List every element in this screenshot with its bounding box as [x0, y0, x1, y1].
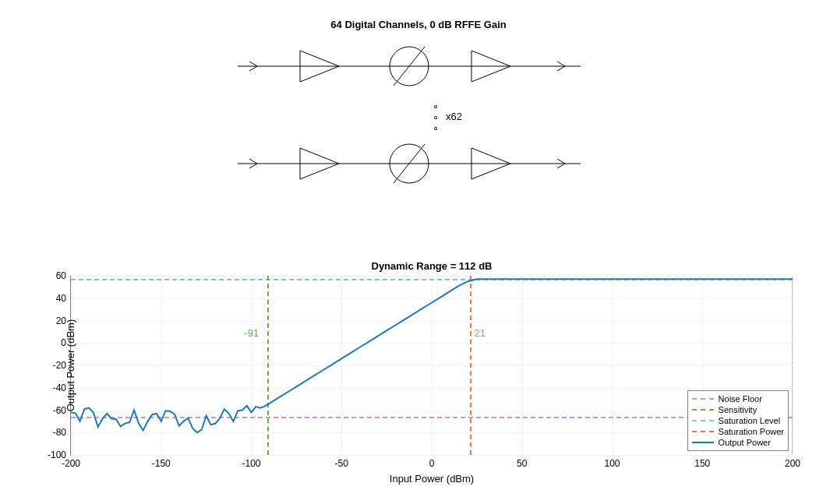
x-tick: 50: [507, 458, 538, 469]
y-tick: 40: [41, 293, 66, 304]
legend-item-sensitivity: Sensitivity: [692, 404, 784, 415]
y-tick: -80: [41, 427, 66, 438]
y-tick: 60: [41, 270, 66, 281]
legend-label: Sensitivity: [719, 404, 758, 415]
x-tick: -100: [236, 458, 267, 469]
legend-swatch: [692, 442, 714, 443]
output-power-series: [71, 279, 793, 432]
y-tick: -40: [41, 382, 66, 393]
y-tick: -20: [41, 360, 66, 371]
y-tick: -100: [41, 449, 66, 460]
legend-label: Saturation Power: [719, 426, 784, 437]
x-tick: -150: [146, 458, 177, 469]
legend-label: Output Power: [719, 437, 771, 448]
legend-label: Noise Floor: [719, 393, 762, 404]
legend: Noise Floor Sensitivity Saturation Level…: [687, 390, 789, 451]
x-tick: 150: [687, 458, 718, 469]
legend-item-noise-floor: Noise Floor: [692, 393, 784, 404]
signal-chain-2: [238, 140, 581, 187]
plot-canvas: [71, 276, 793, 455]
x-tick: 0: [416, 458, 447, 469]
replicate-label: x62: [446, 111, 462, 122]
x-tick: -50: [326, 458, 357, 469]
ellipsis-dot: ∘: [433, 100, 439, 111]
ellipsis-dot: ∘: [433, 122, 439, 133]
x-label: Input Power (dBm): [71, 473, 793, 485]
signal-chain-1: [238, 43, 581, 90]
y-tick: 0: [41, 337, 66, 348]
y-label: Output Power (dBm): [65, 319, 76, 412]
legend-swatch: [692, 420, 714, 421]
x-tick: 200: [777, 458, 808, 469]
figure: 64 Digital Channels, 0 dB RFFE Gain ∘ ∘ …: [0, 0, 837, 504]
chart-axes: Dynamic Range = 112 dB -91 21 -200-150-1…: [70, 276, 793, 456]
legend-label: Saturation Level: [719, 415, 781, 426]
legend-swatch: [692, 398, 714, 400]
legend-item-output-power: Output Power: [692, 437, 784, 448]
y-tick: 20: [41, 315, 66, 326]
legend-swatch: [692, 431, 714, 432]
x-tick: 100: [597, 458, 628, 469]
legend-item-saturation-power: Saturation Power: [692, 426, 784, 437]
ellipsis-dot: ∘: [433, 111, 439, 122]
legend-item-saturation-level: Saturation Level: [692, 415, 784, 426]
legend-swatch: [692, 409, 714, 411]
figure-title: 64 Digital Channels, 0 dB RFFE Gain: [0, 19, 837, 30]
y-tick: -60: [41, 405, 66, 416]
chart-title: Dynamic Range = 112 dB: [71, 260, 793, 272]
